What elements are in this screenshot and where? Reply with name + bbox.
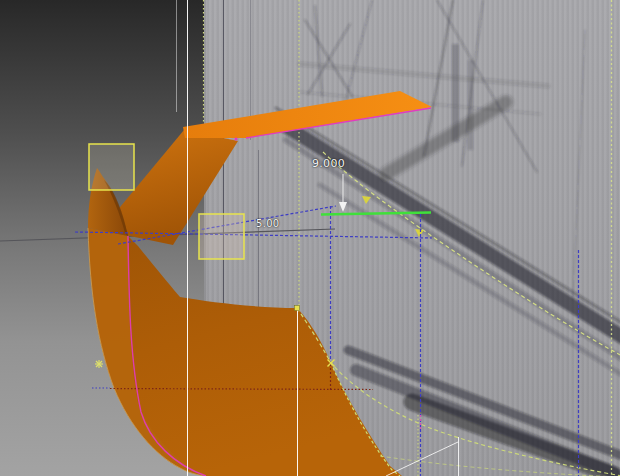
hull-band-lower [348,350,620,458]
mast-structure [452,44,459,142]
selection-box[interactable] [199,214,244,259]
edge-point [234,137,237,140]
frame-diagonal-bottom [386,442,458,476]
orange-surface-model[interactable] [88,91,432,476]
dimension-arrow [339,202,347,212]
curve-direction-arrow [415,229,424,237]
cad-viewport[interactable]: 9.000 5.00 [0,0,620,476]
curve-direction-arrow [362,196,371,204]
vertex-point-marker[interactable] [295,306,300,311]
selection-box[interactable] [89,144,134,190]
dimension-label-horizontal[interactable]: 5.00 [256,218,279,229]
dimension-label-vertical[interactable]: 9.000 [312,157,345,170]
snap-star-marker[interactable] [95,360,103,368]
